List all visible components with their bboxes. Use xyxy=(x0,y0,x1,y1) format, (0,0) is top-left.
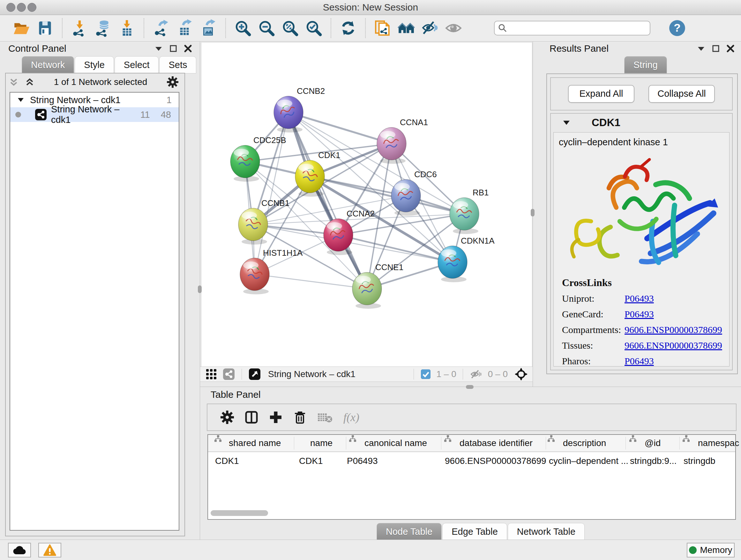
network-canvas[interactable]: CCNB2CCNA1CDC25BCDK1CDC6RB1CCNB1CCNA2CDK… xyxy=(201,42,532,367)
network-node-hist1h1a[interactable]: HIST1H1A xyxy=(240,248,303,294)
column-header-name[interactable]: name xyxy=(310,435,333,451)
column-header-namespac[interactable]: namespac xyxy=(698,435,739,451)
column-divider[interactable] xyxy=(679,437,680,449)
column-divider[interactable] xyxy=(294,437,294,449)
tab-style[interactable]: Style xyxy=(75,56,114,73)
collection-expand-icon[interactable] xyxy=(17,97,24,104)
table-cell[interactable]: CDK1 xyxy=(299,454,323,468)
collapse-all-button[interactable]: Collapse All xyxy=(649,85,715,103)
network-edge[interactable] xyxy=(338,235,453,262)
birdseye-view-icon[interactable] xyxy=(249,368,260,380)
collapse-all-networks-icon[interactable] xyxy=(9,77,18,87)
crosslink-link[interactable]: P06493 xyxy=(624,356,654,367)
zoom-out-icon[interactable] xyxy=(258,19,275,37)
help-icon[interactable]: ? xyxy=(668,19,686,37)
horizontal-splitter-handle[interactable] xyxy=(466,385,474,389)
show-columns-icon[interactable] xyxy=(245,410,259,424)
network-node-cdc6[interactable]: CDC6 xyxy=(391,170,437,216)
zoom-window-button[interactable] xyxy=(27,3,37,12)
open-session-icon[interactable] xyxy=(12,19,30,37)
home-networks-icon[interactable] xyxy=(397,19,415,37)
crosslink-link[interactable]: 9606.ENSP00000378699 xyxy=(624,340,722,351)
export-image-icon[interactable] xyxy=(199,19,217,37)
import-network-from-database-icon[interactable] xyxy=(94,19,112,37)
export-network-icon[interactable] xyxy=(152,19,170,37)
network-view-icon[interactable] xyxy=(223,368,234,380)
delete-column-icon[interactable] xyxy=(293,410,307,424)
crosslink-link[interactable]: P06493 xyxy=(624,309,654,320)
column-header-shared-name[interactable]: shared name xyxy=(229,435,281,451)
minimize-window-button[interactable] xyxy=(17,3,26,12)
refresh-icon[interactable] xyxy=(339,19,357,37)
table-cell[interactable]: stringdb xyxy=(684,454,716,468)
save-session-icon[interactable] xyxy=(36,19,54,37)
network-options-gear-icon[interactable] xyxy=(166,76,179,88)
tab-network-table[interactable]: Network Table xyxy=(508,523,585,540)
zoom-in-icon[interactable] xyxy=(234,19,252,37)
panel-menu-icon[interactable] xyxy=(154,44,163,53)
column-divider[interactable] xyxy=(625,437,626,449)
float-panel-icon[interactable] xyxy=(169,44,178,53)
column-header-description[interactable]: description xyxy=(563,435,606,451)
network-row-selected[interactable]: String Network – cdk1 11 48 xyxy=(10,107,179,122)
table-cell[interactable]: stringdb:9... xyxy=(630,454,677,468)
protein-section-header[interactable]: CDK1 xyxy=(551,114,732,132)
zoom-selected-icon[interactable] xyxy=(305,19,323,37)
network-node-ccnb1[interactable]: CCNB1 xyxy=(239,198,289,245)
section-collapse-icon[interactable] xyxy=(562,118,570,127)
table-cell[interactable]: P06493 xyxy=(347,454,378,468)
tab-edge-table[interactable]: Edge Table xyxy=(442,523,507,540)
horizontal-scrollbar-thumb[interactable] xyxy=(211,510,268,516)
network-edge[interactable] xyxy=(255,274,367,289)
table-options-gear-icon[interactable] xyxy=(220,410,234,424)
crosslink-link[interactable]: P06493 xyxy=(624,293,654,304)
fit-content-crosshair-icon[interactable] xyxy=(515,368,528,381)
cloud-status-button[interactable] xyxy=(8,543,31,557)
close-panel-icon[interactable] xyxy=(184,44,192,53)
network-node-ccna1[interactable]: CCNA1 xyxy=(377,118,428,164)
tab-node-table[interactable]: Node Table xyxy=(377,523,442,540)
import-table-icon[interactable] xyxy=(118,19,136,37)
tab-network[interactable]: Network xyxy=(22,56,74,73)
network-node-ccnb2[interactable]: CCNB2 xyxy=(274,86,325,132)
float-panel-icon[interactable] xyxy=(712,44,720,53)
network-edge[interactable] xyxy=(288,112,367,289)
column-divider[interactable] xyxy=(546,437,546,449)
left-splitter-handle[interactable] xyxy=(198,286,202,293)
network-node-rb1[interactable]: RB1 xyxy=(450,188,489,234)
add-column-icon[interactable] xyxy=(269,410,283,424)
close-window-button[interactable] xyxy=(6,3,15,12)
table-cell[interactable]: cyclin–dependent ... xyxy=(549,454,628,468)
column-header-database-identifier[interactable]: database identifier xyxy=(460,435,533,451)
node-count: 11 xyxy=(140,110,150,120)
hide-graphics-details-icon[interactable] xyxy=(421,19,439,37)
column-divider[interactable] xyxy=(346,437,346,449)
show-graphics-details-icon[interactable] xyxy=(445,19,462,37)
column-header-canonical-name[interactable]: canonical name xyxy=(364,435,427,451)
import-network-icon[interactable] xyxy=(71,19,88,37)
clone-network-icon[interactable] xyxy=(374,19,392,37)
network-node-cdkn1a[interactable]: CDKN1A xyxy=(438,236,495,282)
network-edge[interactable] xyxy=(288,112,392,144)
panel-menu-icon[interactable] xyxy=(697,44,705,53)
crosslink-link[interactable]: 9606.ENSP00000378699 xyxy=(624,324,722,335)
close-panel-icon[interactable] xyxy=(726,44,735,53)
table-cell[interactable]: CDK1 xyxy=(215,454,239,468)
zoom-fit-icon[interactable] xyxy=(281,19,299,37)
search-input[interactable] xyxy=(508,23,643,34)
network-node-ccne1[interactable]: CCNE1 xyxy=(352,262,403,309)
tab-string[interactable]: String xyxy=(624,56,667,73)
column-header--id[interactable]: @id xyxy=(645,435,661,451)
memory-button[interactable]: Memory xyxy=(687,543,735,557)
selected-checkbox-icon[interactable] xyxy=(421,369,430,379)
expand-all-networks-icon[interactable] xyxy=(25,77,35,87)
tab-select[interactable]: Select xyxy=(115,56,159,73)
export-table-icon[interactable] xyxy=(176,19,194,37)
right-splitter-handle[interactable] xyxy=(531,209,535,216)
grid-view-icon[interactable] xyxy=(206,369,217,380)
expand-all-button[interactable]: Expand All xyxy=(568,85,634,103)
warnings-button[interactable] xyxy=(38,543,61,557)
search-box[interactable] xyxy=(494,21,650,36)
table-cell[interactable]: 9606.ENSP00000378699 xyxy=(445,454,546,468)
tab-sets[interactable]: Sets xyxy=(159,56,196,73)
